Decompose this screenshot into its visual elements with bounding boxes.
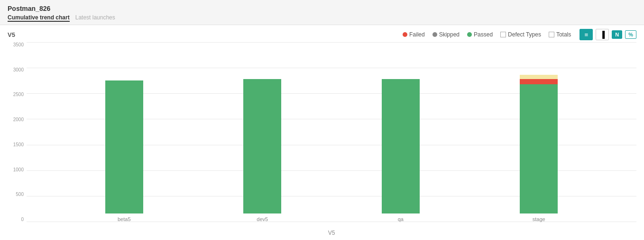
defect-types-checkbox[interactable]	[500, 32, 506, 37]
bar-segment-passed	[105, 80, 143, 213]
bars-row: beta5dev5qastage	[27, 42, 636, 222]
chart-controls: V5 Failed Skipped Passed	[8, 29, 636, 40]
legend-failed[interactable]: Failed	[403, 31, 425, 38]
skipped-label: Skipped	[439, 31, 460, 38]
tab-bar: Cumulative trend chart Latest launches	[8, 14, 636, 22]
bar-group-beta5: beta5	[105, 80, 143, 222]
list-icon: ≡	[584, 31, 588, 38]
bar-group-stage: stage	[520, 75, 558, 222]
bars-container: beta5dev5qastage V5	[27, 42, 636, 236]
chart-legend: Failed Skipped Passed Defect Types	[403, 31, 571, 38]
bar-label-dev5: dev5	[257, 216, 268, 222]
legend-passed[interactable]: Passed	[467, 31, 493, 38]
bar-segment-passed	[243, 79, 281, 213]
tab-cumulative[interactable]: Cumulative trend chart	[8, 14, 70, 22]
bar-segment-failed	[520, 79, 558, 84]
skipped-dot	[432, 32, 437, 37]
list-view-button[interactable]: ≡	[580, 29, 593, 40]
bar-segment-passed	[520, 84, 558, 213]
y-axis: 3500 3000 2500 2000 1500 1000 500 0	[8, 42, 27, 236]
chart-inner: 3500 3000 2500 2000 1500 1000 500 0	[8, 42, 636, 236]
passed-label: Passed	[474, 31, 493, 38]
bar-label-qa: qa	[398, 216, 404, 222]
y-tick-2500: 2500	[13, 92, 24, 97]
pct-button[interactable]: %	[625, 30, 636, 39]
passed-dot	[467, 32, 472, 37]
y-tick-0: 0	[21, 217, 24, 222]
legend-defect-types[interactable]: Defect Types	[500, 31, 541, 38]
bar-label-stage: stage	[533, 216, 545, 222]
failed-label: Failed	[409, 31, 425, 38]
chart-section: V5 Failed Skipped Passed	[0, 25, 644, 240]
chart-version-label: V5	[8, 31, 15, 38]
toolbar-buttons: ≡ ▐ N %	[580, 29, 636, 40]
main-container: Postman_826 Cumulative trend chart Lates…	[0, 0, 644, 240]
y-tick-500: 500	[16, 192, 24, 197]
chart-area: 3500 3000 2500 2000 1500 1000 500 0	[8, 42, 636, 236]
y-tick-3500: 3500	[13, 42, 24, 47]
bar-stack-qa	[382, 79, 420, 213]
bar-stack-dev5	[243, 79, 281, 213]
bar-stack-beta5	[105, 80, 143, 213]
bar-stack-stage	[520, 75, 558, 213]
y-tick-1500: 1500	[13, 142, 24, 147]
bar-icon: ▐	[600, 31, 605, 38]
y-tick-2000: 2000	[13, 117, 24, 122]
totals-label: Totals	[556, 31, 571, 38]
y-tick-3000: 3000	[13, 67, 24, 72]
n-button[interactable]: N	[612, 30, 622, 39]
x-axis-label: V5	[27, 230, 636, 236]
bar-group-dev5: dev5	[243, 79, 281, 222]
failed-dot	[403, 32, 407, 37]
totals-checkbox[interactable]	[549, 32, 554, 37]
bar-label-beta5: beta5	[118, 216, 131, 222]
defect-types-label: Defect Types	[508, 31, 541, 38]
header: Postman_826 Cumulative trend chart Lates…	[0, 0, 644, 25]
legend-skipped[interactable]: Skipped	[432, 31, 460, 38]
bar-view-button[interactable]: ▐	[596, 29, 609, 40]
tab-latest[interactable]: Latest launches	[75, 14, 115, 22]
y-tick-1000: 1000	[13, 167, 24, 172]
bar-group-qa: qa	[382, 79, 420, 222]
bar-segment-passed	[382, 79, 420, 213]
bar-segment-skipped	[520, 75, 558, 79]
legend-totals[interactable]: Totals	[549, 31, 571, 38]
page-title: Postman_826	[8, 5, 636, 12]
